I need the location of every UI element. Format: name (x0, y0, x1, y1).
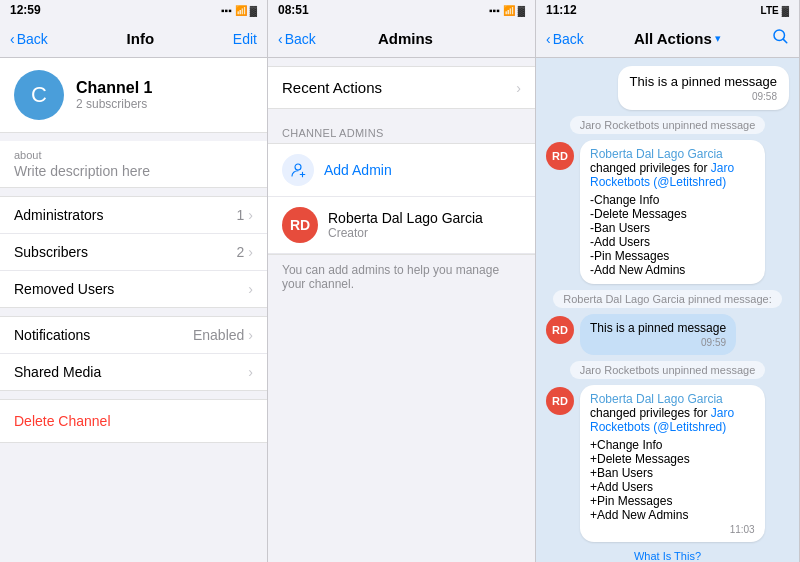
search-button[interactable] (771, 27, 789, 50)
chevron-right-icon-2: › (248, 244, 253, 260)
privilege-list-1: -Change Info -Delete Messages -Ban Users… (590, 193, 755, 277)
what-is-this-link[interactable]: What Is This? (546, 550, 789, 562)
channel-admins-header: CHANNEL ADMINS (268, 121, 535, 143)
back-button-1[interactable]: ‹ Back (10, 31, 48, 47)
actor-name-2: Roberta Dal Lago Garcia (590, 392, 723, 406)
priv-item-plus: +Pin Messages (590, 494, 755, 508)
channel-info: Channel 1 2 subscribers (76, 79, 152, 111)
recent-actions-section: Recent Actions › (268, 66, 535, 109)
system-msg-3: Jaro Rocketbots unpinned message (570, 361, 766, 379)
action-time-2: 11:03 (590, 524, 755, 535)
help-text: You can add admins to help you manage yo… (268, 255, 535, 299)
admins-panel: 08:51 ▪▪▪ 📶 ▓ ‹ Back Admins Recent Actio… (268, 0, 536, 562)
delete-channel-button[interactable]: Delete Channel (14, 413, 111, 429)
svg-point-0 (295, 164, 301, 170)
status-icons-1: ▪▪▪ 📶 ▓ (221, 5, 257, 16)
battery-icon-3: ▓ (782, 5, 789, 16)
back-button-3[interactable]: ‹ Back (546, 31, 584, 47)
priv-item: -Ban Users (590, 221, 755, 235)
administrators-label: Administrators (14, 207, 103, 223)
pinned-in-chat-row: RD This is a pinned message 09:59 (546, 314, 736, 355)
battery-icon-2: ▓ (518, 5, 525, 16)
lte-icon: LTE (761, 5, 779, 16)
action-avatar-pinned: RD (546, 316, 574, 344)
channel-info-panel: 12:59 ▪▪▪ 📶 ▓ ‹ Back Info Edit C Channel… (0, 0, 268, 562)
channel-avatar: C (14, 70, 64, 120)
priv-item: -Delete Messages (590, 207, 755, 221)
administrators-count: 1 (237, 207, 245, 223)
subscribers-row[interactable]: Subscribers 2 › (0, 234, 267, 271)
add-admin-label: Add Admin (324, 162, 392, 178)
administrators-value: 1 › (237, 207, 253, 223)
page-title-1: Info (127, 30, 155, 47)
system-msg-2: Roberta Dal Lago Garcia pinned message: (553, 290, 782, 308)
page-title-2: Admins (378, 30, 433, 47)
time-3: 11:12 (546, 3, 577, 17)
shared-media-value: › (248, 364, 253, 380)
recent-actions-row[interactable]: Recent Actions › (268, 66, 535, 109)
nav-bar-3: ‹ Back All Actions ▾ (536, 20, 799, 58)
add-admin-row[interactable]: Add Admin (268, 144, 535, 197)
about-value: Write description here (14, 163, 253, 179)
pinned-message-text: This is a pinned message (630, 74, 777, 89)
admins-list: Add Admin RD Roberta Dal Lago Garcia Cre… (268, 143, 535, 255)
status-bar-1: 12:59 ▪▪▪ 📶 ▓ (0, 0, 267, 20)
status-bar-2: 08:51 ▪▪▪ 📶 ▓ (268, 0, 535, 20)
chevron-right-icon-6: › (516, 80, 521, 96)
privilege-link-2: Jaro Rocketbots (@Letitshred) (590, 406, 734, 434)
signal-icon: ▪▪▪ (221, 5, 232, 16)
admin-avatar: RD (282, 207, 318, 243)
admin-row: RD Roberta Dal Lago Garcia Creator (268, 197, 535, 254)
notifications-row[interactable]: Notifications Enabled › (0, 317, 267, 354)
recent-actions-label: Recent Actions (282, 79, 382, 96)
chevron-right-icon-4: › (248, 327, 253, 343)
action-text-1: Roberta Dal Lago Garcia changed privileg… (590, 147, 755, 189)
admin-name: Roberta Dal Lago Garcia (328, 210, 483, 226)
channel-subscribers: 2 subscribers (76, 97, 152, 111)
action-avatar-1: RD (546, 142, 574, 170)
edit-button[interactable]: Edit (233, 31, 257, 47)
all-actions-title-group[interactable]: All Actions ▾ (634, 30, 721, 47)
removed-users-row[interactable]: Removed Users › (0, 271, 267, 307)
action-avatar-2: RD (546, 387, 574, 415)
nav-bar-1: ‹ Back Info Edit (0, 20, 267, 58)
nav-bar-2: ‹ Back Admins (268, 20, 535, 58)
notifications-status: Enabled (193, 327, 244, 343)
time-1: 12:59 (10, 3, 41, 17)
pinned-in-chat-bubble: This is a pinned message 09:59 (580, 314, 736, 355)
time-2: 08:51 (278, 3, 309, 17)
chevron-left-icon: ‹ (10, 31, 15, 47)
priv-item-plus: +Ban Users (590, 466, 755, 480)
chevron-right-icon-3: › (248, 281, 253, 297)
privilege-list-2: +Change Info +Delete Messages +Ban Users… (590, 438, 755, 522)
privilege-link-1: Jaro Rocketbots (@Letitshred) (590, 161, 734, 189)
shared-media-row[interactable]: Shared Media › (0, 354, 267, 390)
administrators-row[interactable]: Administrators 1 › (0, 197, 267, 234)
back-button-2[interactable]: ‹ Back (278, 31, 316, 47)
pinned-in-chat-text: This is a pinned message (590, 321, 726, 335)
removed-users-label: Removed Users (14, 281, 114, 297)
priv-item: -Pin Messages (590, 249, 755, 263)
priv-item: -Add New Admins (590, 263, 755, 277)
admin-role: Creator (328, 226, 483, 240)
admin-menu-group: Administrators 1 › Subscribers 2 › Remov… (0, 196, 267, 308)
battery-icon: ▓ (250, 5, 257, 16)
wifi-icon: 📶 (235, 5, 247, 16)
page-title-3: All Actions (634, 30, 712, 47)
priv-item-plus: +Change Info (590, 438, 755, 452)
priv-item-plus: +Add Users (590, 480, 755, 494)
admin-info: Roberta Dal Lago Garcia Creator (328, 210, 483, 240)
subscribers-count: 2 (237, 244, 245, 260)
status-bar-3: 11:12 LTE ▓ (536, 0, 799, 20)
pinned-in-chat-time: 09:59 (590, 337, 726, 348)
chevron-right-icon-5: › (248, 364, 253, 380)
status-icons-2: ▪▪▪ 📶 ▓ (489, 5, 525, 16)
subscribers-label: Subscribers (14, 244, 88, 260)
priv-item-plus: +Delete Messages (590, 452, 755, 466)
removed-users-value: › (248, 281, 253, 297)
action-bubble-1: RD Roberta Dal Lago Garcia changed privi… (546, 140, 765, 284)
pinned-message-row: This is a pinned message 09:58 (546, 66, 789, 110)
about-label: about (14, 149, 253, 161)
priv-item-plus: +Add New Admins (590, 508, 755, 522)
system-msg-1: Jaro Rocketbots unpinned message (570, 116, 766, 134)
